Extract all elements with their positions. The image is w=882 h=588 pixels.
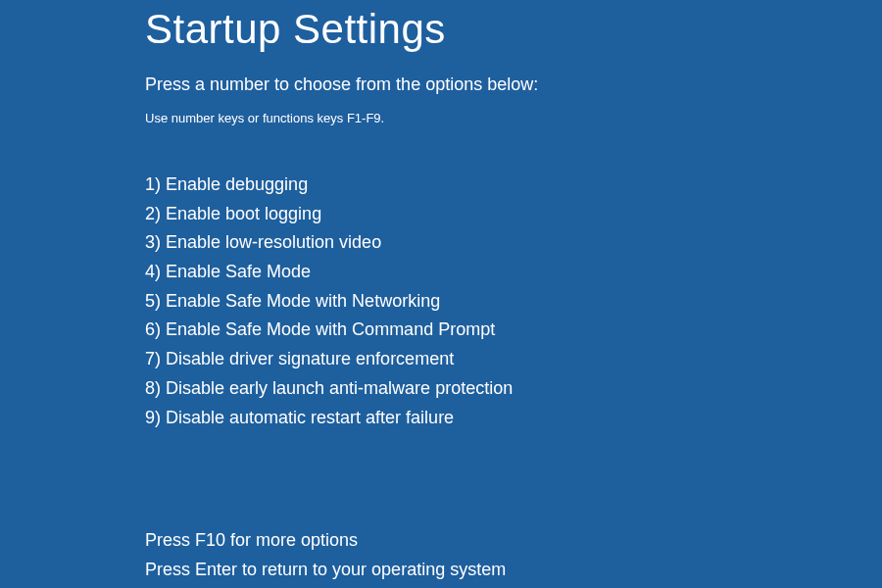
option-4-enable-safe-mode[interactable]: 4) Enable Safe Mode [145,258,882,287]
instruction-text: Press a number to choose from the option… [145,74,882,95]
more-options-text: Press F10 for more options [145,526,882,556]
option-9-disable-automatic-restart[interactable]: 9) Disable automatic restart after failu… [145,404,882,433]
footer: Press F10 for more options Press Enter t… [145,526,882,584]
option-3-enable-low-resolution-video[interactable]: 3) Enable low-resolution video [145,228,882,258]
return-os-text: Press Enter to return to your operating … [145,556,882,585]
options-list: 1) Enable debugging 2) Enable boot loggi… [145,171,882,432]
option-7-disable-driver-signature-enforcement[interactable]: 7) Disable driver signature enforcement [145,345,882,374]
startup-settings-screen: Startup Settings Press a number to choos… [0,0,882,585]
option-5-enable-safe-mode-networking[interactable]: 5) Enable Safe Mode with Networking [145,287,882,317]
option-2-enable-boot-logging[interactable]: 2) Enable boot logging [145,200,882,229]
option-8-disable-early-launch-anti-malware[interactable]: 8) Disable early launch anti-malware pro… [145,374,882,404]
page-title: Startup Settings [145,6,882,53]
option-1-enable-debugging[interactable]: 1) Enable debugging [145,171,882,200]
option-6-enable-safe-mode-command-prompt[interactable]: 6) Enable Safe Mode with Command Prompt [145,316,882,345]
hint-text: Use number keys or functions keys F1-F9. [145,111,882,125]
